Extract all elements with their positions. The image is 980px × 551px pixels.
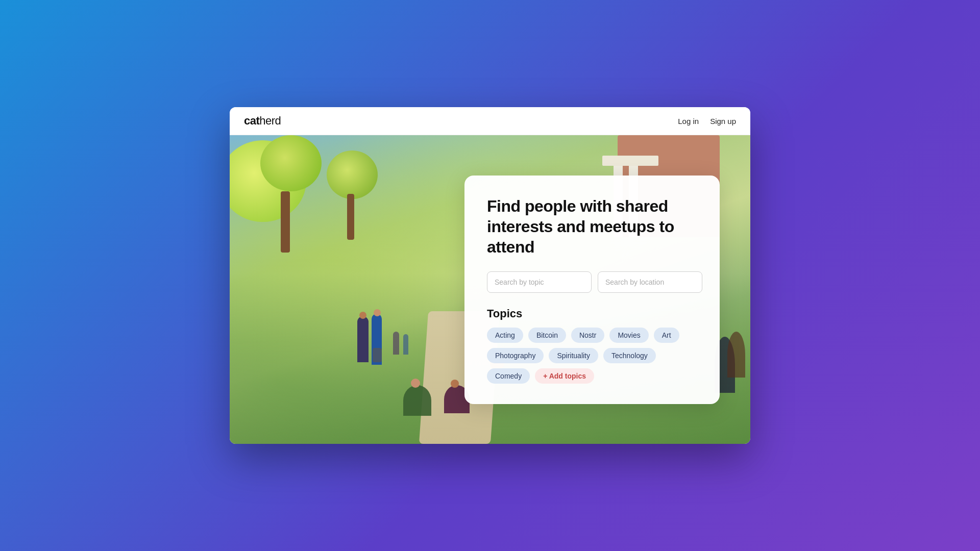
person-seated-2-head — [451, 380, 459, 388]
person-2-head — [374, 309, 381, 316]
bg-person-2 — [403, 334, 408, 355]
hero-title: Find people with shared interests and me… — [487, 196, 697, 257]
search-location-input[interactable] — [598, 271, 702, 293]
hero-section: Find people with shared interests and me… — [230, 135, 750, 444]
search-topic-input[interactable] — [487, 271, 592, 293]
tree-canopy-left2 — [260, 135, 322, 191]
bg-person-1 — [393, 332, 399, 355]
topic-chip[interactable]: Photography — [487, 348, 544, 363]
search-row — [487, 271, 697, 293]
topic-chip[interactable]: Comedy — [487, 368, 530, 384]
tree-canopy-mid — [327, 151, 378, 199]
topics-section: Topics ActingBitcoinNostrMoviesArtPhotog… — [487, 307, 697, 384]
topic-chip[interactable]: Technology — [603, 348, 656, 363]
person-seated-1 — [403, 385, 431, 416]
hero-card: Find people with shared interests and me… — [464, 176, 720, 404]
login-link[interactable]: Log in — [678, 117, 699, 126]
person-1 — [357, 316, 369, 362]
topic-chip[interactable]: Spirituality — [549, 348, 598, 363]
backpack — [373, 348, 382, 362]
tree-trunk-mid — [347, 194, 354, 240]
nav-bar: catherd Log in Sign up — [230, 107, 750, 135]
nav-links: Log in Sign up — [678, 117, 736, 126]
tree-trunk-left — [281, 191, 290, 253]
topic-chip[interactable]: Nostr — [571, 328, 604, 343]
topic-chip[interactable]: Acting — [487, 328, 523, 343]
topic-chip[interactable]: Art — [654, 328, 679, 343]
logo: catherd — [244, 114, 281, 128]
person-right-2 — [727, 332, 745, 378]
topic-chip[interactable]: Bitcoin — [528, 328, 566, 343]
topics-row: ActingBitcoinNostrMoviesArtPhotographySp… — [487, 328, 697, 384]
topic-chip[interactable]: Movies — [609, 328, 648, 343]
pediment — [602, 156, 658, 166]
browser-window: catherd Log in Sign up — [230, 107, 750, 444]
person-1-head — [359, 312, 366, 319]
topics-heading: Topics — [487, 307, 697, 320]
signup-link[interactable]: Sign up — [710, 117, 736, 126]
person-seated-1-head — [411, 379, 420, 388]
topic-chip[interactable]: + Add topics — [535, 368, 594, 384]
